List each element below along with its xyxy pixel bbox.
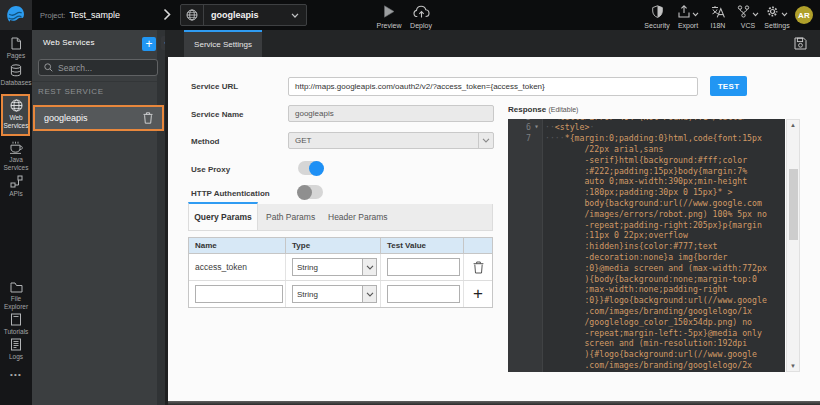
query-params-table: Name Type Test Value access_token String [188,237,493,308]
rail-item-tutorials[interactable]: Tutorials [0,313,32,336]
code-row: 6▾··<style>· [508,122,785,133]
globe-icon [181,5,204,25]
deploy-button[interactable]: Deploy [404,4,438,29]
tutorials-icon [10,313,22,326]
rail-overflow-button[interactable]: ••• [0,370,32,379]
service-name-label: Service Name [191,110,243,119]
user-avatar[interactable]: AR [795,6,813,24]
left-nav-rail: Pages Databases Web Services [0,30,32,405]
new-param-test-value-input[interactable] [387,285,460,303]
code-row: -serif}html{background:#fff;color [508,155,785,166]
settings-chevron-icon [781,12,788,17]
i18n-button[interactable]: I18N [701,4,735,29]
code-area[interactable]: 5··<title>Error 404 (Not Found)!!1</titl… [508,119,785,372]
service-item-googleapis[interactable]: googleapis [33,105,164,131]
entity-selector-dropdown[interactable]: googleapis [180,4,307,26]
settings-label: Settings [764,22,789,29]
method-select-chevron [478,133,493,148]
branch-icon [737,5,750,18]
rail-item-file-explorer[interactable]: File Explorer [0,282,32,310]
web-services-globe-icon [10,99,23,112]
rail-item-apis[interactable]: APIs [0,175,32,198]
rail-label-tutorials: Tutorials [4,328,29,336]
export-chevron-icon [692,12,699,17]
response-editor[interactable]: 5··<title>Error 404 (Not Found)!!1</titl… [508,119,800,372]
service-url-input[interactable]: http://maps.googleapis.com/oauth2/v2/?ac… [288,77,698,96]
deploy-cloud-icon [413,4,430,18]
add-param-icon[interactable]: + [473,286,483,302]
settings-button[interactable]: Settings [760,4,794,29]
project-label: Project: [40,11,65,20]
save-button[interactable] [793,36,808,51]
panel-scrollbar[interactable] [157,30,165,405]
rail-label-file-explorer: File Explorer [4,295,28,310]
delete-service-icon[interactable] [143,112,153,124]
tab-path-params-label: Path Params [266,212,315,222]
param-type-select[interactable]: String [292,258,377,276]
test-button[interactable]: TEST [710,76,747,96]
code-row: ){body{background:none;margin-top:0 [508,274,785,285]
http-auth-label: HTTP Authentication [191,189,270,198]
param-row-new: String + [189,281,492,307]
tab-path-params[interactable]: Path Params [266,204,315,229]
service-name-input[interactable]: googleapis [288,105,494,122]
rail-label-pages: Pages [7,52,25,60]
scroll-up-arrow[interactable]: ▲ [787,121,799,129]
code-row: :hidden}ins{color:#777;text [508,241,785,252]
rail-item-databases[interactable]: Databases [0,64,32,87]
app-logo[interactable] [0,0,32,30]
response-label: Response (Editable) [508,105,578,114]
shield-icon [652,4,663,18]
rail-label-apis: APIs [9,190,23,198]
code-row: /images/errors/robot.png) 100% 5px no [508,209,785,220]
new-param-type-select[interactable]: String [292,285,377,303]
rail-item-java-services[interactable]: Java Services [0,141,32,171]
param-type-chevron [362,259,376,275]
play-icon [383,4,395,18]
param-test-value-input[interactable] [387,258,460,276]
preview-button[interactable]: Preview [372,4,406,29]
new-param-name-input[interactable] [195,285,283,303]
use-proxy-toggle[interactable] [298,161,323,175]
pages-icon [10,37,22,50]
code-row: auto 0;max-width:390px;min-height [508,176,785,187]
params-tab-strip: Query Params Path Params Header Params [188,204,493,231]
file-explorer-icon [10,282,23,293]
rail-item-logs[interactable]: Logs [0,338,32,361]
code-row: ){#logo{background:url(//www.google [508,349,785,360]
service-settings-panel: Service URL http://maps.googleapis.com/o… [168,57,820,401]
code-row: :11px 0 22px;overflow [508,230,785,241]
table-header-row: Name Type Test Value [189,238,492,254]
fold-arrow-icon[interactable]: ▾ [532,122,541,133]
dropdown-chevron-icon [291,13,299,18]
delete-param-icon[interactable] [473,261,484,274]
export-button[interactable]: Export [671,4,705,29]
scrollbar-thumb[interactable] [789,169,798,240]
col-header-name: Name [189,238,286,253]
rail-label-databases: Databases [0,79,31,87]
translate-icon [711,4,725,18]
http-auth-toggle[interactable] [298,185,323,199]
preview-label: Preview [377,22,402,29]
databases-icon [10,64,22,77]
scroll-down-arrow[interactable]: ▼ [787,362,799,370]
tab-service-settings[interactable]: Service Settings [184,30,262,57]
security-button[interactable]: Security [640,4,674,29]
logs-icon [10,338,22,351]
tab-header-params[interactable]: Header Params [328,204,388,229]
method-select[interactable]: GET [288,132,494,149]
rail-item-pages[interactable]: Pages [0,37,32,60]
method-value: GET [295,136,311,145]
tab-query-params-label: Query Params [194,212,252,222]
wavemaker-logo-icon [6,5,26,25]
export-icon [678,5,690,18]
apis-icon [10,175,23,188]
param-type-value: String [297,263,318,272]
rail-item-web-services[interactable]: Web Services [0,99,32,129]
tab-query-params[interactable]: Query Params [188,202,258,230]
deploy-label: Deploy [410,22,432,29]
editor-scrollbar[interactable]: ▲ ▼ [786,119,800,372]
top-bar: Project: Test_sample googleapis [0,0,820,30]
service-search-box[interactable]: Search... [38,59,158,76]
add-service-button[interactable]: + [142,37,156,51]
